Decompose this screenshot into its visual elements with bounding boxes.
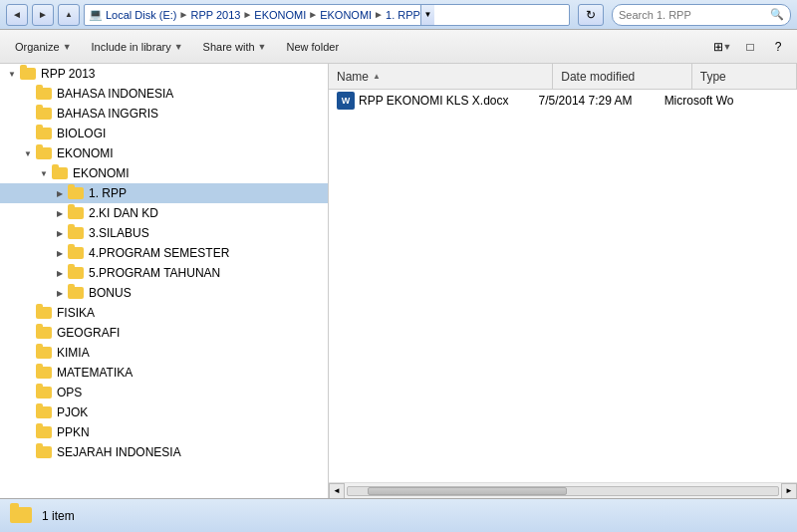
col-header-type[interactable]: Type [692, 64, 797, 89]
toolbar: Organize ▼ Include in library ▼ Share wi… [0, 30, 797, 64]
address-segment-rpp[interactable]: 1. RPP [386, 9, 420, 21]
search-input[interactable] [619, 9, 770, 21]
expand-icon[interactable]: ▶ [52, 223, 68, 243]
preview-pane-button[interactable]: □ [737, 34, 763, 60]
tree-item-bahasa-indonesia[interactable]: BAHASA INDONESIA [0, 84, 328, 104]
expand-icon[interactable] [20, 84, 36, 104]
expand-icon[interactable] [20, 104, 36, 124]
tree-item-label: GEOGRAFI [57, 326, 120, 340]
file-name-cell: WRPP EKONOMI KLS X.docx [329, 92, 531, 110]
col-header-name[interactable]: Name ▲ [329, 64, 553, 89]
up-button[interactable]: ▲ [58, 4, 80, 26]
tree-item-matematika[interactable]: MATEMATIKA [0, 363, 328, 383]
forward-button[interactable]: ► [32, 4, 54, 26]
hscroll-right-button[interactable]: ► [781, 483, 797, 499]
folder-icon [36, 146, 54, 160]
tree-item-5program-tah[interactable]: ▶5.PROGRAM TAHUNAN [0, 263, 328, 283]
tree-item-label: 5.PROGRAM TAHUNAN [89, 266, 220, 280]
expand-icon[interactable]: ▶ [52, 283, 68, 303]
new-folder-button[interactable]: New folder [277, 34, 348, 60]
tree-item-3silabus[interactable]: ▶3.SILABUS [0, 223, 328, 243]
tree-item-bonus[interactable]: ▶BONUS [0, 283, 328, 303]
expand-icon[interactable] [20, 383, 36, 402]
expand-icon[interactable] [20, 402, 36, 422]
tree-item-ekonomi2[interactable]: ▼EKONOMI [0, 163, 328, 183]
tree-item-label: FISIKA [57, 306, 95, 320]
folder-icon [36, 107, 54, 121]
hscroll-thumb[interactable] [368, 487, 567, 495]
search-bar[interactable]: 🔍 [612, 4, 791, 26]
help-button[interactable]: ? [765, 34, 791, 60]
back-button[interactable]: ◄ [6, 4, 28, 26]
folder-icon [36, 425, 54, 439]
tree-item-ops[interactable]: OPS [0, 383, 328, 402]
organize-chevron-icon: ▼ [63, 42, 72, 52]
refresh-button[interactable]: ↻ [578, 4, 604, 26]
folder-icon [36, 366, 54, 380]
folder-icon [36, 346, 54, 360]
col-header-date[interactable]: Date modified [553, 64, 692, 89]
file-name-label: RPP EKONOMI KLS X.docx [359, 94, 509, 108]
tree-item-sejarah[interactable]: SEJARAH INDONESIA [0, 442, 328, 462]
expand-icon[interactable] [20, 323, 36, 343]
include-library-button[interactable]: Include in library ▼ [83, 34, 192, 60]
table-row[interactable]: WRPP EKONOMI KLS X.docx7/5/2014 7:29 AMM… [329, 90, 797, 112]
column-headers: Name ▲ Date modified Type [329, 64, 797, 90]
tree-item-label: 2.KI DAN KD [89, 206, 158, 220]
tree-item-bahasa-inggris[interactable]: BAHASA INGGRIS [0, 104, 328, 124]
tree-item-rpp2013[interactable]: ▼RPP 2013 [0, 64, 328, 84]
expand-icon[interactable]: ▼ [4, 64, 20, 84]
expand-icon[interactable]: ▶ [52, 183, 68, 203]
share-with-button[interactable]: Share with ▼ [194, 34, 276, 60]
expand-icon[interactable] [20, 124, 36, 143]
search-icon[interactable]: 🔍 [770, 8, 784, 21]
tree-item-biologi[interactable]: BIOLOGI [0, 124, 328, 143]
tree-item-ppkn[interactable]: PPKN [0, 422, 328, 442]
file-date-cell: 7/5/2014 7:29 AM [531, 94, 657, 108]
address-segment-ekonomi2[interactable]: EKONOMI [320, 9, 372, 21]
address-bar[interactable]: 💻 Local Disk (E:) ► RPP 2013 ► EKONOMI ►… [84, 4, 570, 26]
organize-button[interactable]: Organize ▼ [6, 34, 81, 60]
expand-icon[interactable] [20, 343, 36, 363]
expand-icon[interactable] [20, 363, 36, 383]
folder-icon [36, 127, 54, 140]
tree-item-geografi[interactable]: GEOGRAFI [0, 323, 328, 343]
folder-icon [36, 405, 54, 419]
tree-item-fisika[interactable]: FISIKA [0, 303, 328, 323]
address-segment-rpp2013[interactable]: RPP 2013 [190, 9, 240, 21]
tree-item-1rpp[interactable]: ▶1. RPP [0, 183, 328, 203]
address-segment-local-disk[interactable]: 💻 Local Disk (E:) [89, 8, 177, 21]
left-pane: ▼RPP 2013BAHASA INDONESIABAHASA INGGRISB… [0, 64, 329, 498]
expand-icon[interactable]: ▼ [36, 163, 52, 183]
tree-item-label: BAHASA INDONESIA [57, 87, 173, 101]
folder-icon [20, 67, 38, 81]
status-bar: 1 item [0, 498, 797, 532]
tree-item-label: PJOK [57, 405, 88, 419]
hscroll-left-button[interactable]: ◄ [329, 483, 345, 499]
tree-item-label: 3.SILABUS [89, 226, 149, 240]
tree-item-2ki[interactable]: ▶2.KI DAN KD [0, 203, 328, 223]
horizontal-scrollbar[interactable]: ◄ ► [329, 482, 797, 498]
file-list[interactable]: WRPP EKONOMI KLS X.docx7/5/2014 7:29 AMM… [329, 90, 797, 482]
folder-icon [36, 386, 54, 399]
expand-icon[interactable] [20, 442, 36, 462]
expand-icon[interactable]: ▼ [20, 143, 36, 163]
tree-item-kimia[interactable]: KIMIA [0, 343, 328, 363]
address-dropdown-button[interactable]: ▼ [420, 4, 434, 26]
tree-item-4program-sem[interactable]: ▶4.PROGRAM SEMESTER [0, 243, 328, 263]
expand-icon[interactable]: ▶ [52, 243, 68, 263]
view-toggle-button[interactable]: ⊞ ▼ [709, 34, 735, 60]
tree-item-ekonomi1[interactable]: ▼EKONOMI [0, 143, 328, 163]
main-content: ▼RPP 2013BAHASA INDONESIABAHASA INGGRISB… [0, 64, 797, 498]
address-segment-ekonomi1[interactable]: EKONOMI [254, 9, 306, 21]
tree-item-pjok[interactable]: PJOK [0, 402, 328, 422]
address-sep-4: ► [374, 9, 384, 20]
expand-icon[interactable]: ▶ [52, 203, 68, 223]
expand-icon[interactable]: ▶ [52, 263, 68, 283]
hscroll-track [347, 486, 779, 496]
hscroll-track-area[interactable] [345, 483, 781, 498]
tree-scroll[interactable]: ▼RPP 2013BAHASA INDONESIABAHASA INGGRISB… [0, 64, 328, 498]
expand-icon[interactable] [20, 303, 36, 323]
expand-icon[interactable] [20, 422, 36, 442]
address-sep-1: ► [179, 9, 189, 20]
